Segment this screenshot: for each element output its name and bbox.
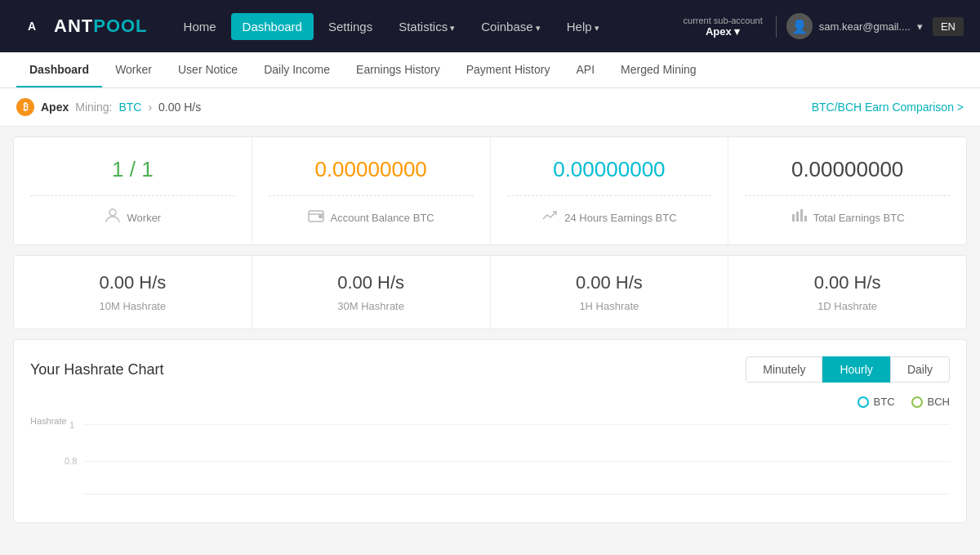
worker-value: 1 / 1 [30, 157, 235, 182]
chart-legend: BTC BCH [30, 396, 950, 408]
logo[interactable]: A ANTPOOL [16, 11, 148, 42]
svg-rect-4 [318, 215, 323, 218]
svg-text:A: A [28, 20, 36, 33]
chart-section: Your Hashrate Chart Minutely Hourly Dail… [13, 339, 967, 523]
worker-icon [105, 208, 121, 228]
legend-bch-label: BCH [928, 396, 950, 408]
chart-area: Hashrate 1 0.8 [30, 416, 950, 506]
sub-nav-earnings-history[interactable]: Earnings History [343, 53, 453, 87]
stat-24h-earnings: 0.00000000 24 Hours Earnings BTC [491, 137, 729, 244]
svg-rect-5 [792, 214, 795, 222]
hashrate-1h: 0.00 H/s 1H Hashrate [491, 256, 729, 329]
hashrate-1d: 0.00 H/s 1D Hashrate [728, 256, 966, 329]
sub-nav-user-notice[interactable]: User Notice [165, 53, 251, 87]
chart-btn-hourly[interactable]: Hourly [822, 356, 889, 383]
hashrate-1d-label: 1D Hashrate [745, 300, 950, 312]
sub-nav-daily-income[interactable]: Daily Income [251, 53, 343, 87]
svg-rect-7 [800, 209, 803, 222]
sub-nav-merged-mining[interactable]: Merged Mining [608, 53, 710, 87]
hashrate-30m-label: 30M Hashrate [269, 300, 474, 312]
wallet-icon [308, 208, 324, 228]
nav-help[interactable]: Help [555, 13, 611, 40]
bar-chart-icon [791, 208, 807, 228]
hashrate-30m-value: 0.00 H/s [269, 272, 474, 293]
sub-account-name[interactable]: Apex ▾ [684, 25, 763, 38]
24h-earnings-label: 24 Hours Earnings BTC [507, 208, 712, 228]
logo-icon: A [16, 11, 47, 42]
legend-btc: BTC [858, 396, 895, 408]
chart-title: Your Hashrate Chart [30, 361, 163, 378]
nav-dashboard[interactable]: Dashboard [231, 13, 314, 40]
user-email: sam.kear@gmail.... [819, 20, 911, 33]
stat-total-earnings: 0.00000000 Total Earnings BTC [728, 137, 966, 244]
logo-text: ANTPOOL [54, 16, 148, 37]
hashrate-display: 0.00 H/s [158, 101, 201, 114]
hashrate-container: 0.00 H/s 10M Hashrate 0.00 H/s 30M Hashr… [13, 255, 967, 329]
stats-container: 1 / 1 Worker 0.00000000 Account Balance … [13, 137, 967, 245]
worker-label: Worker [30, 208, 235, 228]
svg-rect-6 [796, 212, 799, 222]
sub-account-info: current sub-account Apex ▾ [684, 16, 777, 38]
apex-label: Apex [41, 101, 69, 114]
legend-bch-dot [911, 396, 923, 408]
user-dropdown-icon: ▾ [917, 20, 923, 33]
btc-link[interactable]: BTC [118, 101, 141, 114]
24h-earnings-value: 0.00000000 [507, 157, 712, 182]
nav-right: current sub-account Apex ▾ 👤 sam.kear@gm… [684, 13, 964, 39]
legend-bch: BCH [911, 396, 950, 408]
sub-nav-dashboard[interactable]: Dashboard [16, 53, 102, 87]
sub-navigation: Dashboard Worker User Notice Daily Incom… [0, 52, 980, 88]
total-earnings-label: Total Earnings BTC [745, 208, 950, 228]
top-navigation: A ANTPOOL Home Dashboard Settings Statis… [0, 0, 980, 52]
sub-nav-payment-history[interactable]: Payment History [453, 53, 564, 87]
avatar: 👤 [786, 13, 813, 39]
chart-btn-daily[interactable]: Daily [890, 356, 950, 383]
chart-btn-minutely[interactable]: Minutely [746, 356, 822, 383]
nav-links: Home Dashboard Settings Statistics Coinb… [172, 13, 684, 40]
chart-header: Your Hashrate Chart Minutely Hourly Dail… [30, 356, 950, 383]
language-button[interactable]: EN [933, 17, 964, 36]
legend-btc-label: BTC [874, 396, 895, 408]
breadcrumb: ₿ Apex Mining: BTC › 0.00 H/s BTC/BCH Ea… [0, 88, 980, 127]
stat-account-balance: 0.00000000 Account Balance BTC [252, 137, 491, 244]
stat-worker: 1 / 1 Worker [14, 137, 252, 244]
hashrate-10m: 0.00 H/s 10M Hashrate [14, 256, 252, 329]
hashrate-1h-value: 0.00 H/s [507, 272, 712, 293]
sub-nav-api[interactable]: API [563, 53, 608, 87]
legend-btc-dot [858, 396, 869, 408]
total-earnings-value: 0.00000000 [745, 157, 950, 182]
hashrate-10m-value: 0.00 H/s [30, 272, 235, 293]
mining-label: Mining: [75, 101, 112, 114]
sub-nav-worker[interactable]: Worker [102, 53, 165, 87]
account-balance-value: 0.00000000 [269, 157, 474, 182]
hashrate-30m: 0.00 H/s 30M Hashrate [252, 256, 491, 329]
svg-point-2 [109, 209, 116, 216]
user-info[interactable]: 👤 sam.kear@gmail.... ▾ [786, 13, 923, 39]
sub-account-label: current sub-account [684, 16, 763, 25]
hashrate-10m-label: 10M Hashrate [30, 300, 235, 312]
y-value-08: 0.8 [65, 456, 77, 466]
chart-up-icon [541, 208, 558, 228]
y-value-1: 1 [69, 420, 74, 430]
chart-svg [83, 416, 950, 506]
nav-settings[interactable]: Settings [317, 13, 384, 40]
nav-coinbase[interactable]: Coinbase [470, 13, 551, 40]
hashrate-1h-label: 1H Hashrate [507, 300, 712, 312]
svg-rect-8 [804, 216, 807, 222]
breadcrumb-chevron: › [148, 101, 152, 114]
nav-statistics[interactable]: Statistics [387, 13, 466, 40]
chart-controls: Minutely Hourly Daily [746, 356, 950, 383]
btc-icon: ₿ [16, 98, 34, 116]
nav-home[interactable]: Home [172, 13, 228, 40]
y-axis-label: Hashrate [30, 416, 67, 426]
account-balance-label: Account Balance BTC [269, 208, 474, 228]
btc-bch-comparison-link[interactable]: BTC/BCH Earn Comparison > [812, 101, 964, 114]
hashrate-1d-value: 0.00 H/s [745, 272, 950, 293]
